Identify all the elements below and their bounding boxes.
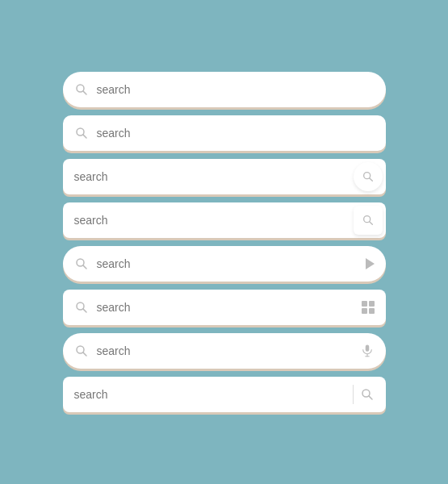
- search-bar-5: [63, 246, 386, 282]
- search-input-1[interactable]: [97, 83, 375, 96]
- svg-line-9: [82, 265, 86, 269]
- search-bar-4: [63, 202, 386, 238]
- search-bar-7: [63, 333, 386, 369]
- svg-line-3: [82, 135, 86, 138]
- search-bars-container: [63, 72, 386, 412]
- search-icon: [74, 82, 89, 97]
- search-circle-button[interactable]: [354, 162, 383, 191]
- search-icon: [74, 257, 89, 271]
- search-input-5[interactable]: [97, 257, 364, 270]
- search-bar-6: [63, 290, 386, 325]
- svg-line-11: [82, 309, 86, 312]
- search-icon: [74, 126, 89, 140]
- search-icon: [360, 387, 375, 402]
- svg-line-5: [369, 178, 372, 182]
- search-icon: [362, 214, 375, 227]
- search-input-4[interactable]: [74, 214, 347, 227]
- search-input-6[interactable]: [97, 301, 362, 314]
- search-bar-8: [63, 377, 386, 412]
- svg-rect-14: [365, 345, 369, 352]
- mic-icon: [360, 344, 375, 358]
- divider: [353, 385, 354, 404]
- grid-icon: [362, 301, 375, 314]
- search-input-7[interactable]: [97, 344, 360, 357]
- svg-line-1: [82, 91, 86, 94]
- search-icon: [74, 344, 89, 358]
- search-bar-2: [63, 115, 386, 151]
- play-icon: [366, 258, 375, 269]
- svg-line-18: [368, 396, 371, 399]
- search-input-8[interactable]: [74, 388, 346, 401]
- search-icon: [74, 300, 89, 315]
- svg-line-13: [82, 353, 86, 356]
- svg-line-7: [369, 222, 372, 225]
- search-input-2[interactable]: [97, 127, 375, 140]
- search-input-3[interactable]: [74, 170, 347, 183]
- search-square-button[interactable]: [354, 206, 383, 235]
- search-icon: [362, 170, 375, 183]
- search-bar-3: [63, 159, 386, 194]
- search-bar-1: [63, 72, 386, 107]
